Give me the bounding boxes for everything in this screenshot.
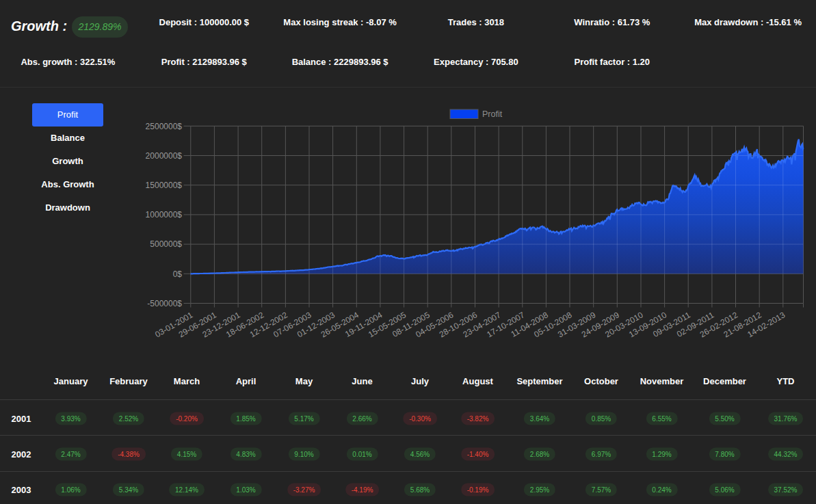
svg-text:1000000$: 1000000$ bbox=[146, 210, 183, 220]
svg-text:-500000$: -500000$ bbox=[147, 299, 182, 308]
svg-text:2500000$: 2500000$ bbox=[146, 122, 183, 131]
svg-text:500000$: 500000$ bbox=[150, 239, 182, 249]
svg-text:2000000$: 2000000$ bbox=[146, 151, 183, 161]
svg-text:1500000$: 1500000$ bbox=[146, 181, 183, 190]
svg-text:Profit: Profit bbox=[482, 109, 503, 119]
svg-text:0$: 0$ bbox=[173, 269, 183, 279]
